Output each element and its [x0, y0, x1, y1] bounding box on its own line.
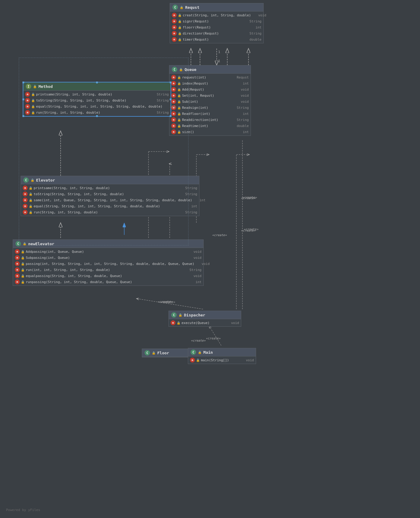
resize-handle-b[interactable]	[96, 115, 98, 117]
method-row[interactable]: m 🔒 directionr(Requst) String	[170, 30, 263, 36]
method-row[interactable]: m 🔒 Addpassing(int, Queue, Queue) void	[13, 249, 203, 255]
method-row[interactable]: m 🔒 Subpassing(int, Queue) void	[13, 255, 203, 261]
method-icon: m	[15, 255, 20, 260]
method-row[interactable]: m 🔒 timer(Requst) double	[170, 36, 263, 42]
class-dispacher-title: Dispacher	[184, 313, 205, 317]
method-icon: m	[172, 19, 177, 24]
method-row[interactable]: m 🔒 printsame(String, int, String, doubl…	[23, 91, 171, 97]
class-main-header: C 🔒 Main	[188, 348, 256, 356]
class-type-icon: C	[172, 5, 178, 10]
create-label-4: «create»	[158, 300, 172, 303]
class-requst[interactable]: C 🔒 Requst m 🔒 creat(String, int, String…	[170, 3, 264, 43]
class-queue-header: C 🔒 Queue	[169, 65, 251, 74]
method-row[interactable]: m 🔒 runpassing(String, int, String, doub…	[13, 279, 203, 285]
method-icon: m	[172, 25, 177, 30]
method-row[interactable]: m 🔒 run(String, int, String, double) Str…	[21, 209, 199, 215]
method-row[interactable]: m 🔒 equal(String, String, int, int, Stri…	[23, 103, 171, 109]
method-row[interactable]: m 🔒 execute(Queue) void	[169, 320, 241, 326]
method-row[interactable]: m 🔒 Readtime(int) double	[169, 123, 251, 129]
svg-text:1: 1	[218, 50, 220, 54]
method-row[interactable]: m 🔒 request(int) Requst	[169, 74, 251, 80]
class-newelevator-header: C 🔒 newElevator	[13, 240, 203, 248]
class-elevator[interactable]: C 🔒 Elevator m 🔒 printsame(String, int, …	[21, 176, 199, 216]
method-row[interactable]: m 🔒 main(String[]) void	[188, 357, 256, 363]
class-method-methods: m 🔒 printsame(String, int, String, doubl…	[23, 91, 171, 116]
method-icon: m	[171, 117, 176, 122]
method-row[interactable]: m 🔒 Readsign(int) String	[169, 105, 251, 111]
resize-handle-br[interactable]	[170, 115, 172, 117]
create-label-2: «create»	[241, 229, 255, 232]
resize-handle-r[interactable]	[170, 99, 172, 100]
resize-handle-l[interactable]	[22, 99, 24, 100]
class-elevator-header: C 🔒 Elevator	[21, 176, 199, 184]
method-icon: m	[190, 358, 195, 363]
method-row[interactable]: m 🔒 equalpassing(String, int, String, do…	[13, 273, 203, 279]
method-row[interactable]: m 🔒 Sub(int) void	[169, 99, 251, 105]
resize-handle-tr[interactable]	[170, 82, 172, 83]
class-queue[interactable]: C 🔒 Queue m 🔒 request(int) Requst m 🔒 in…	[169, 65, 251, 136]
method-icon: m	[171, 75, 176, 80]
method-row[interactable]: m 🔒 Readdirection(int) String	[169, 117, 251, 123]
class-type-icon: C	[172, 67, 177, 72]
method-icon: m	[25, 98, 30, 103]
create-label-3: «create»	[212, 233, 227, 237]
method-row[interactable]: m 🔒 index(Requst) int	[169, 80, 251, 86]
method-icon: m	[171, 123, 176, 128]
method-icon: m	[15, 249, 20, 254]
class-method[interactable]: I 🔒 Method m 🔒 printsame(String, int, St…	[23, 82, 171, 117]
class-elevator-methods: m 🔒 printsame(String, int, String, doubl…	[21, 184, 199, 216]
method-row[interactable]: m 🔒 Readfloor(int) int	[169, 111, 251, 117]
method-row[interactable]: m 🔒 passing(int, String, String, int, in…	[13, 261, 203, 267]
method-icon: m	[172, 31, 177, 36]
method-row[interactable]: m 🔒 size() int	[169, 129, 251, 135]
method-icon: m	[15, 279, 20, 284]
class-method-title: Method	[38, 84, 53, 89]
method-icon: m	[23, 198, 28, 202]
resize-handle-t[interactable]	[96, 82, 98, 83]
method-icon: m	[23, 185, 28, 190]
class-method-header: I 🔒 Method	[23, 82, 171, 91]
class-type-icon: C	[23, 177, 29, 183]
method-row[interactable]: m 🔒 run(int, int, String, int, String, d…	[13, 267, 203, 273]
method-icon: m	[171, 111, 176, 116]
method-icon: m	[23, 192, 28, 196]
method-row[interactable]: m 🔒 same(int, int, Queue, String, String…	[21, 197, 199, 203]
create-label-1: «create»	[241, 196, 255, 200]
method-row[interactable]: m 🔒 printsame(String, int, String, doubl…	[21, 185, 199, 191]
method-icon: m	[172, 37, 177, 42]
method-row[interactable]: m 🔒 toString(String, String, int, String…	[23, 97, 171, 103]
method-icon: m	[15, 261, 20, 266]
resize-handle-tl[interactable]	[22, 82, 24, 83]
method-row[interactable]: m 🔒 toString(String, String, int, String…	[21, 191, 199, 197]
class-queue-methods: m 🔒 request(int) Requst m 🔒 index(Requst…	[169, 74, 251, 135]
method-row[interactable]: m 🔒 signr(Requst) String	[170, 18, 263, 24]
method-row[interactable]: m 🔒 Set(int, Requst) void	[169, 92, 251, 99]
method-row[interactable]: m 🔒 run(String, int, String, double) Str…	[23, 109, 171, 115]
resize-handle-bl[interactable]	[22, 115, 24, 117]
class-main-title: Main	[203, 350, 213, 355]
class-dispacher-header: C 🔒 Dispacher	[169, 311, 241, 319]
class-requst-title: Requst	[185, 5, 199, 10]
method-row[interactable]: m 🔒 Add(Requst) void	[169, 86, 251, 92]
method-icon: m	[171, 87, 176, 92]
create-label-5: «create»	[191, 339, 205, 342]
class-main[interactable]: C 🔒 Main m 🔒 main(String[]) void	[188, 348, 256, 364]
class-new-elevator[interactable]: C 🔒 newElevator m 🔒 Addpassing(int, Queu…	[13, 239, 204, 286]
method-icon: m	[171, 81, 176, 86]
diagram-canvas: 1 1 «create» «create» «create» «create»	[0, 0, 420, 518]
class-requst-methods: m 🔒 creat(String, int, String, double) v…	[170, 12, 263, 43]
class-main-methods: m 🔒 main(String[]) void	[188, 356, 256, 364]
method-icon: m	[23, 210, 28, 215]
method-icon: m	[171, 93, 176, 98]
method-row[interactable]: m 🔒 equal(String, String, int, int, Stri…	[21, 203, 199, 209]
method-icon: m	[25, 110, 30, 115]
method-row[interactable]: m 🔒 creat(String, int, String, double) v…	[170, 12, 263, 18]
method-icon: m	[171, 129, 176, 134]
method-row[interactable]: m 🔒 floorr(Requst) int	[170, 24, 263, 30]
class-newelevator-title: newElevator	[28, 242, 54, 246]
method-icon: m	[171, 99, 176, 104]
method-icon: m	[15, 273, 20, 278]
class-type-icon: C	[145, 350, 150, 356]
method-icon: m	[23, 204, 28, 209]
class-dispacher[interactable]: C 🔒 Dispacher m 🔒 execute(Queue) void	[168, 311, 241, 327]
